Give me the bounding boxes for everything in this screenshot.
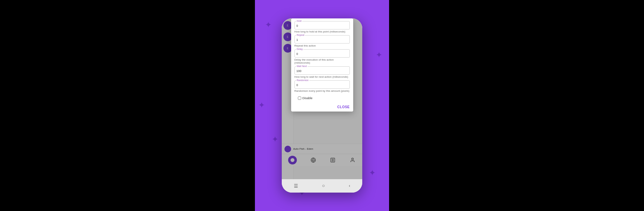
star-decoration-3: ✦ xyxy=(272,135,278,144)
hold-field-wrapper: Hold xyxy=(294,21,350,29)
randomize-input[interactable] xyxy=(297,83,348,87)
randomize-label: Randomize xyxy=(296,79,309,81)
repeat-form-group: Repeat Repeat this action xyxy=(294,35,350,47)
close-button[interactable]: CLOSE xyxy=(337,105,350,109)
hold-description: How long to hold at this point (miliseco… xyxy=(294,30,350,33)
disable-label: Disable xyxy=(303,96,313,100)
delay-input[interactable] xyxy=(297,52,348,56)
randomize-field-wrapper: Randomize xyxy=(294,80,350,89)
wait-next-field-wrapper: Wait Next xyxy=(294,66,350,75)
back-nav-button[interactable]: ‹ xyxy=(349,183,351,189)
wait-next-label: Wait Next xyxy=(296,65,308,67)
phone-screen: E E E Hold How long to hold at this po xyxy=(282,18,362,179)
menu-nav-button[interactable]: ☰ xyxy=(294,183,298,189)
system-nav-bar: ☰ ○ ‹ xyxy=(282,179,362,193)
star-decoration-1: ✦ xyxy=(265,20,272,29)
randomize-form-group: Randomize Randomize every point by this … xyxy=(294,80,350,92)
modal-body: Hold How long to hold at this point (mil… xyxy=(291,18,353,105)
star-decoration-2: ✦ xyxy=(376,50,382,60)
phone-frame: E E E Hold How long to hold at this po xyxy=(282,18,362,193)
home-nav-button[interactable]: ○ xyxy=(322,183,325,189)
star-decoration-6: ✦ xyxy=(258,100,265,110)
hold-input[interactable] xyxy=(297,24,348,28)
modal-dialog: Hold How long to hold at this point (mil… xyxy=(291,18,353,112)
modal-footer: Disable xyxy=(294,94,350,102)
wait-next-description: How long to wait for next action (milise… xyxy=(294,75,350,78)
delay-label: Delay xyxy=(296,48,304,50)
repeat-field-wrapper: Repeat xyxy=(294,35,350,44)
delay-field-wrapper: Delay xyxy=(294,49,350,58)
disable-checkbox[interactable] xyxy=(298,96,301,100)
randomize-description: Randomize every point by this amount (pi… xyxy=(294,89,350,92)
repeat-label: Repeat xyxy=(296,34,305,36)
wait-next-form-group: Wait Next How long to wait for next acti… xyxy=(294,66,350,78)
repeat-description: Repeat this action xyxy=(294,44,350,47)
wait-next-input[interactable] xyxy=(297,69,348,73)
hold-form-group: Hold How long to hold at this point (mil… xyxy=(294,21,350,33)
close-button-row: CLOSE xyxy=(291,105,353,112)
star-decoration-4: ✦ xyxy=(369,168,376,178)
repeat-input[interactable] xyxy=(297,38,348,42)
hold-label: Hold xyxy=(296,20,302,22)
delay-form-group: Delay Delay the execution of this action… xyxy=(294,49,350,64)
disable-checkbox-group: Disable xyxy=(298,96,313,100)
modal-overlay: Hold How long to hold at this point (mil… xyxy=(282,18,362,179)
background: ✦ ✦ ✦ ✦ ✦ ✦ E E E Hold xyxy=(255,0,389,211)
delay-description: Delay the execution of this action (mili… xyxy=(294,58,350,64)
